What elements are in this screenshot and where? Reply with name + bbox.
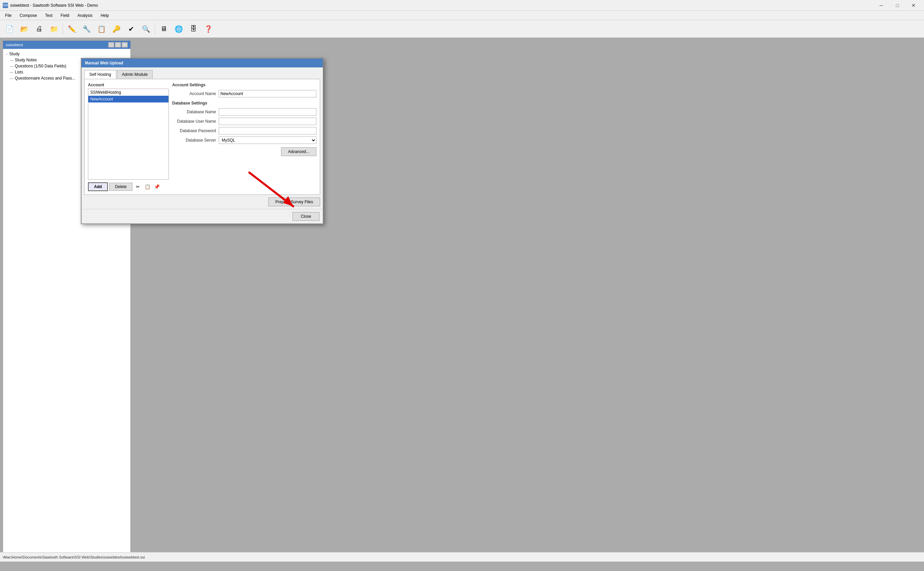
menu-analysis[interactable]: Analysis — [74, 11, 96, 20]
database-password-row: Database Password — [172, 127, 316, 134]
database-user-label: Database User Name — [172, 119, 216, 124]
database-password-input[interactable] — [219, 127, 316, 134]
side-panel-minimize[interactable]: _ — [108, 42, 114, 48]
side-panel-close[interactable]: ✕ — [122, 42, 128, 48]
side-panel-label: ssiwebtest — [6, 43, 23, 47]
advanced-row: Advanced... — [172, 147, 316, 156]
tree-dash-icon-1: — — [10, 58, 14, 62]
menu-bar: File Compose Test Field Analysis Help — [0, 11, 924, 20]
side-panel-title: ssiwebtest _ □ ✕ — [3, 41, 131, 49]
tree-expand-icon: − — [6, 52, 8, 56]
tree-study-notes-label: Study Notes — [15, 58, 37, 62]
help-button[interactable]: ❓ — [202, 22, 215, 36]
open-file-button[interactable]: 📁 — [47, 22, 61, 36]
tree-dash-icon-4: — — [10, 76, 14, 80]
tree-dash-icon-3: — — [10, 70, 14, 74]
account-item-new[interactable]: NewAccount — [88, 96, 168, 102]
tree-questionnaire-label: Questionnaire Access and Pass... — [15, 76, 75, 80]
close-window-button[interactable]: ✕ — [906, 0, 921, 11]
side-panel-maximize[interactable]: □ — [115, 42, 121, 48]
wrench-button[interactable]: 🔧 — [80, 22, 93, 36]
toolbar: 📄 📂 🖨 📁 ✏️ 🔧 📋 🔑 ✔ 🔍 🖥 🌐 🗄 ❓ — [0, 20, 924, 38]
dialog-title-bar: Manual Web Upload — [82, 59, 323, 68]
print-button[interactable]: 🖨 — [32, 22, 46, 36]
status-text: \Mac\Home\Documents\Sawtooth Software\SS… — [3, 555, 145, 559]
menu-compose[interactable]: Compose — [16, 11, 40, 20]
notepad-button[interactable]: 📋 — [95, 22, 108, 36]
tree-study-label: Study — [9, 52, 20, 56]
add-account-button[interactable]: Add — [88, 182, 108, 191]
search-button[interactable]: 🔍 — [139, 22, 152, 36]
status-bar: \Mac\Home\Documents\Sawtooth Software\SS… — [0, 552, 924, 562]
database-server-row: Database Server MySQL MSSQL Oracle — [172, 136, 316, 144]
toolbar-separator-2 — [155, 23, 155, 34]
dialog-footer: Close — [82, 209, 323, 224]
database-server-select[interactable]: MySQL MSSQL Oracle — [219, 136, 316, 144]
account-list-label: Account — [88, 83, 169, 87]
database-user-input[interactable] — [219, 118, 316, 125]
window-title: ssiwebtest - Sawtooth Software SSI Web -… — [10, 3, 98, 8]
tab-bar: Self Hosting Admin Module — [84, 70, 320, 79]
advanced-button[interactable]: Advanced... — [281, 147, 316, 156]
dialog-title-text: Manual Web Upload — [85, 61, 123, 65]
prepare-survey-files-button[interactable]: Prepare Survey Files — [268, 198, 320, 206]
menu-test[interactable]: Test — [42, 11, 56, 20]
database-user-row: Database User Name — [172, 118, 316, 125]
account-item-ssi[interactable]: SSIWeb8Hosting — [88, 89, 168, 96]
tree-lists-label: Lists — [15, 70, 23, 74]
maximize-button[interactable]: □ — [890, 0, 905, 11]
new-button[interactable]: 📄 — [3, 22, 16, 36]
close-dialog-button[interactable]: Close — [293, 212, 319, 221]
key-button[interactable]: 🔑 — [109, 22, 123, 36]
database-name-input[interactable] — [219, 108, 316, 116]
cut-icon-button[interactable]: ✂ — [134, 183, 142, 191]
tab-self-hosting[interactable]: Self Hosting — [84, 70, 116, 79]
settings-panel: Account Settings Account Name Database S… — [172, 83, 316, 191]
database-settings-section: Database Settings Database Name Database… — [172, 101, 316, 144]
app-icon: SW — [3, 3, 8, 8]
main-area: ssiwebtest _ □ ✕ − Study — Study Notes —… — [0, 38, 924, 562]
tree-dash-icon-2: — — [10, 64, 14, 68]
database-button[interactable]: 🗄 — [187, 22, 200, 36]
paste-icon-button[interactable]: 📌 — [152, 183, 161, 191]
title-bar-controls: ─ □ ✕ — [873, 0, 921, 11]
account-settings-title: Account Settings — [172, 83, 316, 87]
tab-content-self-hosting: Account SSIWeb8Hosting NewAccount Add De… — [84, 79, 320, 195]
manual-web-upload-dialog: Manual Web Upload Self Hosting Admin Mod… — [81, 58, 323, 224]
account-list-panel: Account SSIWeb8Hosting NewAccount Add De… — [88, 83, 169, 191]
monitor-button[interactable]: 🖥 — [157, 22, 171, 36]
account-name-input[interactable] — [219, 90, 316, 97]
toolbar-separator-1 — [63, 23, 63, 34]
database-server-label: Database Server — [172, 138, 216, 143]
globe-button[interactable]: 🌐 — [172, 22, 185, 36]
database-name-label: Database Name — [172, 110, 216, 114]
side-panel-controls: _ □ ✕ — [108, 42, 128, 48]
database-settings-title: Database Settings — [172, 101, 316, 105]
tree-item-study[interactable]: − Study — [5, 51, 129, 57]
minimize-button[interactable]: ─ — [873, 0, 889, 11]
database-password-label: Database Password — [172, 128, 216, 133]
check-button[interactable]: ✔ — [124, 22, 138, 36]
delete-account-button[interactable]: Delete — [109, 183, 132, 191]
pencil-button[interactable]: ✏️ — [65, 22, 79, 36]
copy-icon-button[interactable]: 📋 — [143, 183, 151, 191]
database-name-row: Database Name — [172, 108, 316, 116]
account-list[interactable]: SSIWeb8Hosting NewAccount — [88, 89, 169, 180]
prepare-row: Prepare Survey Files — [84, 195, 320, 206]
tree-questions-label: Questions (1/50 Data Fields) — [15, 64, 66, 68]
account-actions: Add Delete ✂ 📋 📌 — [88, 182, 169, 191]
menu-file[interactable]: File — [2, 11, 15, 20]
tab-admin-module[interactable]: Admin Module — [117, 70, 153, 79]
open-folder-button[interactable]: 📂 — [17, 22, 31, 36]
account-name-row: Account Name — [172, 90, 316, 97]
account-name-label: Account Name — [172, 91, 216, 96]
dialog-body: Self Hosting Admin Module Account SSIWeb… — [82, 68, 323, 209]
account-settings-section: Account Settings Account Name — [172, 83, 316, 97]
menu-field[interactable]: Field — [57, 11, 73, 20]
title-bar: SW ssiwebtest - Sawtooth Software SSI We… — [0, 0, 924, 11]
menu-help[interactable]: Help — [97, 11, 112, 20]
title-bar-left: SW ssiwebtest - Sawtooth Software SSI We… — [3, 3, 98, 8]
